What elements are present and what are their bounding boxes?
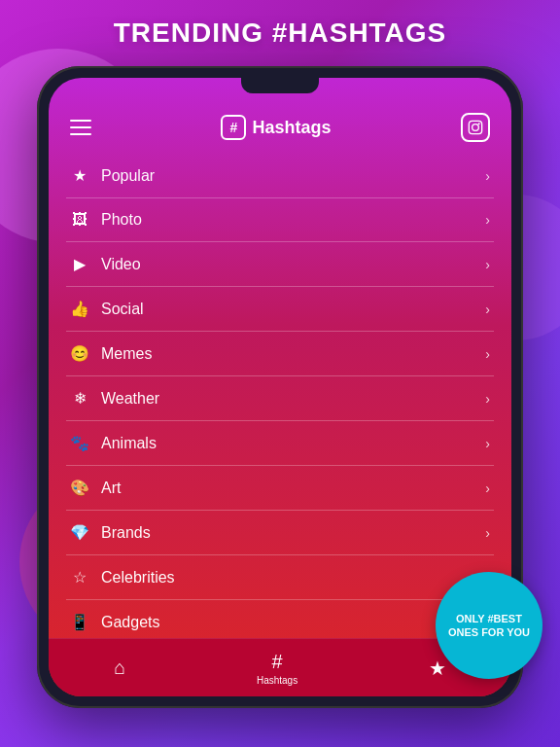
menu-item-social[interactable]: 👍 Social › — [66, 287, 494, 332]
menu-item-celebrities[interactable]: ☆ Celebrities › — [66, 555, 494, 600]
menu-item-left-photo: 🖼 Photo — [70, 211, 142, 229]
menu-item-memes[interactable]: 😊 Memes › — [66, 332, 494, 376]
app-title: # Hashtags — [221, 115, 331, 140]
menu-label-animals: Animals — [101, 435, 157, 452]
nav-label-hashtags: Hashtags — [257, 675, 298, 686]
menu-item-left-animals: 🐾 Animals — [70, 434, 157, 452]
nav-icon-favorites: ★ — [429, 657, 446, 680]
hamburger-line-2 — [70, 126, 91, 128]
instagram-button[interactable] — [461, 113, 490, 142]
menu-label-weather: Weather — [101, 390, 159, 408]
menu-chevron-animals: › — [485, 436, 490, 451]
menu-item-weather[interactable]: ❄ Weather › — [66, 376, 494, 421]
menu-icon-memes: 😊 — [70, 344, 89, 363]
menu-chevron-video: › — [485, 257, 490, 272]
menu-item-video[interactable]: ▶ Video › — [66, 242, 494, 287]
nav-item-favorites[interactable]: ★ — [429, 657, 446, 680]
menu-label-gadgets: Gadgets — [101, 614, 159, 631]
menu-item-animals[interactable]: 🐾 Animals › — [66, 421, 494, 466]
menu-chevron-weather: › — [485, 391, 490, 407]
menu-icon-weather: ❄ — [70, 389, 89, 408]
phone-notch — [241, 78, 319, 93]
menu-icon-gadgets: 📱 — [70, 613, 89, 631]
menu-item-left-gadgets: 📱 Gadgets — [70, 613, 159, 631]
menu-label-celebrities: Celebrities — [101, 569, 175, 587]
menu-item-left-memes: 😊 Memes — [70, 344, 152, 363]
hamburger-line-1 — [70, 120, 91, 122]
nav-icon-hashtags: # — [271, 651, 282, 673]
menu-list: ★ Popular › 🖼 Photo › ▶ Video › 👍 Social… — [49, 154, 511, 638]
menu-item-left-video: ▶ Video — [70, 255, 141, 273]
menu-label-brands: Brands — [101, 524, 151, 542]
svg-point-1 — [472, 124, 479, 131]
menu-label-social: Social — [101, 301, 144, 318]
menu-label-photo: Photo — [101, 211, 142, 229]
menu-icon-photo: 🖼 — [70, 211, 89, 229]
promo-badge-text: ONLY #BEST ONES FOR YOU — [440, 604, 538, 648]
menu-chevron-social: › — [485, 302, 490, 317]
menu-icon-social: 👍 — [70, 300, 89, 318]
menu-icon-celebrities: ☆ — [70, 568, 89, 587]
hamburger-line-3 — [70, 133, 91, 135]
svg-rect-0 — [469, 121, 481, 133]
menu-chevron-memes: › — [485, 346, 490, 362]
menu-icon-brands: 💎 — [70, 523, 89, 542]
menu-item-left-celebrities: ☆ Celebrities — [70, 568, 175, 587]
menu-item-gadgets[interactable]: 📱 Gadgets › — [66, 600, 494, 638]
menu-chevron-photo: › — [485, 212, 490, 228]
menu-label-popular: Popular — [101, 167, 155, 185]
hamburger-menu-button[interactable] — [70, 120, 91, 135]
menu-chevron-art: › — [485, 480, 490, 496]
promo-line1: ONLY #BEST — [456, 613, 522, 624]
status-bar — [49, 78, 511, 105]
menu-icon-popular: ★ — [70, 166, 89, 185]
menu-label-art: Art — [101, 480, 121, 497]
menu-chevron-popular: › — [485, 168, 490, 184]
app-header: # Hashtags — [49, 105, 511, 154]
nav-item-hashtags[interactable]: # Hashtags — [257, 651, 298, 686]
page-header-title: TRENDING #HASHTAGS — [0, 18, 560, 49]
menu-chevron-brands: › — [485, 525, 490, 541]
menu-item-left-popular: ★ Popular — [70, 166, 155, 185]
menu-item-left-weather: ❄ Weather — [70, 389, 159, 408]
menu-label-video: Video — [101, 256, 141, 273]
menu-item-art[interactable]: 🎨 Art › — [66, 466, 494, 511]
app-title-text: Hashtags — [252, 118, 331, 138]
menu-item-brands[interactable]: 💎 Brands › — [66, 511, 494, 555]
page-header: TRENDING #HASHTAGS — [0, 18, 560, 49]
promo-line2: ONES FOR YOU — [448, 626, 530, 638]
menu-item-photo[interactable]: 🖼 Photo › — [66, 198, 494, 242]
menu-item-left-art: 🎨 Art — [70, 479, 121, 497]
menu-item-left-brands: 💎 Brands — [70, 523, 151, 542]
hash-icon: # — [221, 115, 246, 140]
hash-symbol: # — [230, 120, 238, 135]
promo-badge: ONLY #BEST ONES FOR YOU — [436, 572, 542, 679]
menu-item-popular[interactable]: ★ Popular › — [66, 154, 494, 198]
menu-item-left-social: 👍 Social — [70, 300, 144, 318]
nav-item-home[interactable]: ⌂ — [114, 657, 125, 679]
menu-icon-animals: 🐾 — [70, 434, 89, 452]
nav-icon-home: ⌂ — [114, 657, 125, 679]
menu-label-memes: Memes — [101, 345, 152, 363]
menu-icon-art: 🎨 — [70, 479, 89, 497]
menu-icon-video: ▶ — [70, 255, 89, 273]
svg-point-2 — [478, 123, 480, 124]
